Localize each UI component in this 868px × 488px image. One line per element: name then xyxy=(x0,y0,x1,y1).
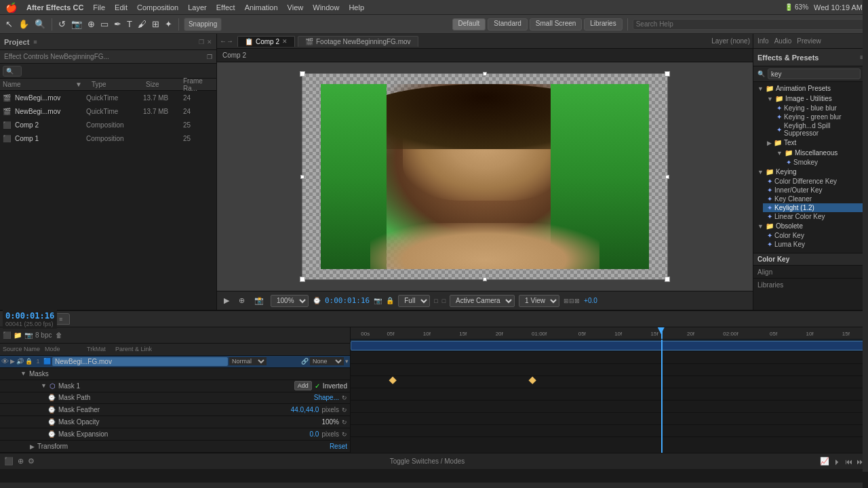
mask-opacity-reset[interactable]: ↻ xyxy=(342,419,347,426)
menu-file[interactable]: File xyxy=(93,3,105,12)
tl-timecode[interactable]: 0:00:01:16 xyxy=(5,311,54,321)
key-cleaner-item[interactable]: ✦ Key Cleaner xyxy=(763,195,868,203)
puppet-tool[interactable]: ✦ xyxy=(163,18,174,30)
list-item[interactable]: 🎬 NewBegi...mov QuickTime 13.7 MB 24 xyxy=(0,91,216,104)
obsolete-header[interactable]: ▼ 📁 Obsolete xyxy=(753,221,868,231)
mask-expansion-value[interactable]: 0.0 xyxy=(310,430,319,438)
zoom-tool[interactable]: 🔍 xyxy=(33,18,47,30)
linear-color-key-item[interactable]: ✦ Linear Color Key xyxy=(763,212,868,221)
tl-clip-1[interactable] xyxy=(351,341,868,350)
text-tool[interactable]: T xyxy=(125,18,134,30)
handle-left[interactable] xyxy=(300,175,304,179)
mask-opacity-stopwatch[interactable]: ⌚ xyxy=(47,418,56,426)
mask-feather-value[interactable]: 44.0,44.0 xyxy=(291,406,319,413)
keying-green-blur-item[interactable]: ✦ Keying - green blur xyxy=(772,113,868,121)
menu-animation[interactable]: Animation xyxy=(245,3,278,12)
brush-tool[interactable]: 🖌 xyxy=(136,18,148,30)
layer-audio-toggle[interactable]: 🔊 xyxy=(16,358,24,365)
color-key-item[interactable]: ✦ Color Key xyxy=(763,231,868,240)
handle-tr[interactable] xyxy=(665,71,670,77)
menu-edit[interactable]: Edit xyxy=(115,3,127,12)
shape-tool[interactable]: ▭ xyxy=(99,18,110,30)
play-button[interactable]: ▶ xyxy=(221,295,232,306)
keylight-spill-item[interactable]: ✦ Keyligh...d Spill Suppressor xyxy=(772,121,868,138)
view-select[interactable]: 1 View xyxy=(519,295,559,307)
menu-window[interactable]: Window xyxy=(313,3,339,12)
timeline-folder-btn[interactable]: 📁 xyxy=(14,331,22,339)
timeline-goto-start-btn[interactable]: ⏮ xyxy=(845,458,852,466)
layer-mode-select[interactable]: Normal xyxy=(229,357,267,365)
selection-tool[interactable]: ↖ xyxy=(4,18,14,30)
zoom-select[interactable]: 100% xyxy=(271,295,309,307)
comp-tab-footage[interactable]: 🎬 Footage NewBeginningFG.mov xyxy=(298,36,418,47)
timeline-new-comp-btn[interactable]: ⬛ xyxy=(4,457,14,466)
timeline-graph-editor-btn[interactable]: 📈 xyxy=(820,457,829,466)
mask-inverted-check[interactable]: ✓ xyxy=(315,382,320,390)
keylight-item[interactable]: ✦ Keylight (1.2) xyxy=(763,203,868,212)
menu-help[interactable]: Help xyxy=(349,3,364,12)
layer-lock[interactable]: 🔒 xyxy=(25,358,33,365)
transform-expand-arrow[interactable]: ▶ xyxy=(30,443,35,450)
info-tab[interactable]: Info xyxy=(757,37,769,45)
menu-layer[interactable]: Layer xyxy=(188,3,207,12)
preview-tab[interactable]: Preview xyxy=(797,37,821,45)
list-item[interactable]: ⬛ Comp 1 Composition 25 xyxy=(0,131,216,145)
snapping-toggle[interactable]: Snapping xyxy=(184,18,222,31)
text-header[interactable]: ▶ 📁 Text xyxy=(763,138,868,148)
workspace-libraries[interactable]: Libraries xyxy=(584,18,622,30)
mask1-expand-arrow[interactable]: ▼ xyxy=(41,382,47,389)
quality-select[interactable]: Full xyxy=(398,295,430,307)
mask-add-btn[interactable]: Add xyxy=(294,381,312,390)
timeline-delete-btn[interactable]: 🗑 xyxy=(56,331,62,339)
pen-tool[interactable]: ✒ xyxy=(113,18,123,30)
transform-reset-btn[interactable]: Reset xyxy=(330,443,347,450)
toggle-switches-modes[interactable]: Toggle Switches / Modes xyxy=(390,458,465,465)
workspace-small-screen[interactable]: Small Screen xyxy=(530,18,582,30)
camera-select[interactable]: Active Camera xyxy=(450,295,515,307)
workspace-standard[interactable]: Standard xyxy=(488,18,528,30)
menu-effect[interactable]: Effect xyxy=(216,3,235,12)
menu-composition[interactable]: Composition xyxy=(137,3,178,12)
image-utilities-header[interactable]: ▼ 📁 Image - Utilities xyxy=(763,94,868,104)
playhead-arrow[interactable] xyxy=(658,327,665,334)
apple-icon[interactable]: 🍎 xyxy=(5,2,17,13)
masks-expand-arrow[interactable]: ▼ xyxy=(20,370,26,377)
timeline-new-solid-btn[interactable]: ⊕ xyxy=(18,457,24,466)
prev-frame[interactable]: ⊕ xyxy=(236,295,248,306)
handle-top[interactable] xyxy=(483,72,487,76)
camera-tool[interactable]: 📷 xyxy=(70,18,83,30)
mask-feather-reset[interactable]: ↻ xyxy=(342,407,347,413)
layer-visibility-toggle[interactable]: 👁 xyxy=(1,357,9,365)
audio-tab[interactable]: Audio xyxy=(774,37,792,45)
keyframe-2[interactable] xyxy=(529,377,536,384)
timeline-play-btn[interactable]: ⏵ xyxy=(833,458,841,466)
keyframe-1[interactable] xyxy=(389,377,397,384)
comp-tab-close[interactable]: ✕ xyxy=(282,38,288,45)
animation-presets-header[interactable]: ▼ 📁 Animation Presets xyxy=(753,83,868,94)
layer-video-toggle[interactable]: ▶ xyxy=(10,358,15,365)
mask-opacity-value[interactable]: 100% xyxy=(321,418,339,426)
hand-tool[interactable]: ✋ xyxy=(17,18,31,30)
timeline-scrollbar-v[interactable] xyxy=(863,327,868,453)
list-item[interactable]: 🎬 NewBegi...mov QuickTime 13.7 MB 24 xyxy=(0,104,216,118)
keying-blue-blur-item[interactable]: ✦ Keying - blue blur xyxy=(772,104,868,113)
mask-expansion-reset[interactable]: ↻ xyxy=(342,431,347,438)
keying-header[interactable]: ▼ 📁 Keying xyxy=(753,167,868,177)
mask-path-stopwatch[interactable]: ⌚ xyxy=(47,394,56,401)
luma-key-item[interactable]: ✦ Luma Key xyxy=(763,240,868,249)
project-search[interactable]: 🔍 xyxy=(3,66,22,77)
timeline-render-btn[interactable]: ⬛ xyxy=(3,331,11,339)
timeline-preview-btn[interactable]: 📷 xyxy=(24,331,33,339)
inner-outer-key-item[interactable]: ✦ Inner/Outer Key xyxy=(763,186,868,195)
handle-tl[interactable] xyxy=(300,71,305,77)
handle-bottom[interactable] xyxy=(483,277,487,281)
layer-parent-select[interactable]: None xyxy=(310,357,344,365)
anchor-tool[interactable]: ⊕ xyxy=(86,18,96,30)
stamp-tool[interactable]: ⊞ xyxy=(151,18,161,30)
mask-path-value[interactable]: Shape... xyxy=(314,394,339,401)
smokey-item[interactable]: ✦ Smokey xyxy=(782,158,868,167)
comp-tab-comp2[interactable]: 📋 Comp 2 ✕ xyxy=(237,36,295,47)
timeline-settings-btn[interactable]: ⚙ xyxy=(28,457,35,466)
effects-search-input[interactable] xyxy=(768,68,861,79)
workspace-default[interactable]: Default xyxy=(452,18,486,30)
